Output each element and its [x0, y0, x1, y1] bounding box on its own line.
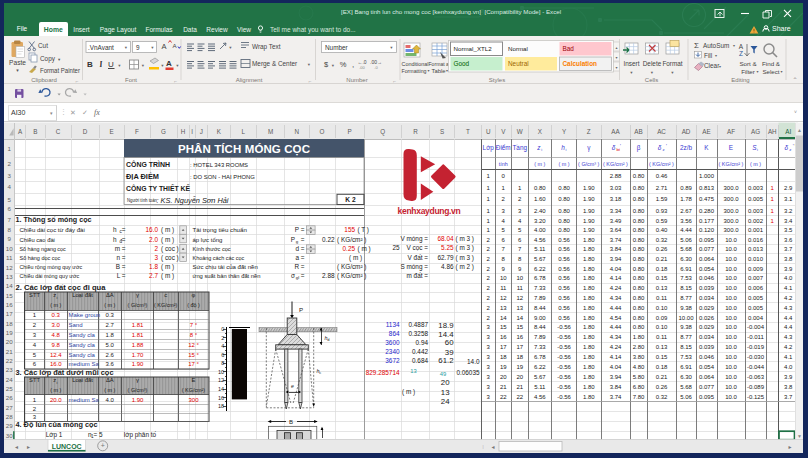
svg-text:( KG/cm² ): ( KG/cm² ): [603, 161, 628, 167]
svg-text:0.006: 0.006: [748, 285, 764, 291]
svg-text:1.80: 1.80: [583, 374, 595, 380]
svg-text:7.80: 7.80: [633, 394, 645, 400]
svg-text:Chiều cao đài: Chiều cao đài: [20, 237, 55, 243]
svg-text:0.11: 0.11: [656, 295, 668, 301]
svg-text:0.002: 0.002: [748, 218, 764, 224]
svg-text:10.0: 10.0: [725, 354, 737, 360]
svg-text:14: 14: [218, 386, 224, 392]
svg-text:0.013: 0.013: [748, 246, 764, 252]
svg-text:( m ): ( m ): [161, 272, 174, 280]
svg-text:=: =: [301, 236, 305, 243]
svg-text:L =: L =: [117, 272, 126, 279]
svg-text:3. Các lớp đất dưới mũi cọc: 3. Các lớp đất dưới mũi cọc: [16, 369, 114, 377]
svg-text:Tải trọng tiêu chuẩn: Tải trọng tiêu chuẩn: [193, 227, 247, 233]
svg-text:0.80: 0.80: [633, 324, 645, 330]
svg-text:0.10: 0.10: [656, 305, 668, 311]
svg-text:0.80: 0.80: [558, 208, 570, 214]
svg-text:ĐỊA ĐIỂM: ĐỊA ĐIỂM: [126, 172, 159, 180]
svg-text:5.25: 5.25: [441, 244, 454, 251]
svg-text:E: E: [109, 128, 113, 135]
svg-text:8.77: 8.77: [680, 295, 692, 301]
svg-text:◂: ◂: [491, 444, 494, 450]
svg-text:4: 4: [221, 343, 224, 349]
svg-text:16: 16: [6, 301, 13, 308]
svg-text:ứng suất bản thân đất nền: ứng suất bản thân đất nền: [193, 273, 261, 279]
svg-text:Chiều rộng móng quy ước: Chiều rộng móng quy ước: [20, 264, 83, 270]
svg-text:0.22: 0.22: [322, 236, 335, 243]
svg-text:11: 11: [6, 254, 13, 261]
svg-text:0.684: 0.684: [412, 357, 428, 364]
svg-text:AC: AC: [657, 128, 666, 135]
svg-text:1.78: 1.78: [680, 196, 692, 202]
svg-text:20.0: 20.0: [50, 397, 62, 403]
svg-text:▼: ▼: [797, 433, 802, 439]
svg-text:AD: AD: [682, 128, 691, 135]
svg-text:( m ): ( m ): [358, 245, 371, 253]
svg-text:2340: 2340: [385, 348, 400, 355]
svg-text:( T ): ( T ): [358, 226, 369, 234]
svg-text:2.6: 2.6: [106, 352, 115, 358]
svg-text:( m ): ( m ): [104, 302, 115, 308]
svg-text:5.67: 5.67: [534, 256, 546, 262]
svg-text:0.054: 0.054: [699, 364, 715, 370]
svg-text:d =: d =: [295, 245, 304, 252]
svg-text:m =: m =: [115, 245, 126, 252]
svg-text:14.4: 14.4: [438, 330, 454, 339]
svg-text:Sand: Sand: [69, 322, 83, 328]
svg-text:0.80: 0.80: [633, 237, 645, 243]
svg-text:4.3: 4.3: [784, 305, 793, 311]
svg-text:5.0: 5.0: [106, 342, 115, 348]
svg-text:3.94: 3.94: [610, 374, 622, 380]
svg-text:V đất =: V đất =: [408, 253, 429, 261]
svg-text:4.0: 4.0: [784, 364, 793, 370]
svg-text:-0.56: -0.56: [557, 374, 571, 380]
svg-text:Lớp: Lớp: [483, 144, 495, 152]
svg-text:16: 16: [516, 334, 523, 340]
svg-text:( m ): ( m ): [558, 161, 569, 167]
svg-text:4.00: 4.00: [534, 227, 546, 233]
svg-text:4.0: 4.0: [106, 397, 115, 403]
svg-text:829.285714: 829.285714: [366, 369, 400, 376]
svg-text:Lớp 1: Lớp 1: [46, 431, 63, 439]
svg-text:20: 20: [441, 378, 450, 387]
svg-text:STT: STT: [29, 292, 40, 298]
svg-text:c: c: [164, 292, 167, 298]
svg-text:( KG/cm² ): ( KG/cm² ): [337, 263, 366, 271]
svg-text:0.80: 0.80: [633, 173, 645, 179]
svg-text:1.90: 1.90: [583, 218, 595, 224]
svg-text:0.007: 0.007: [748, 275, 764, 281]
svg-text:1. Thông số móng cọc: 1. Thông số móng cọc: [16, 216, 92, 224]
svg-text:24: 24: [441, 397, 450, 406]
svg-text:4.56: 4.56: [534, 394, 546, 400]
svg-text:': ': [793, 143, 794, 149]
svg-text:0.15: 0.15: [656, 354, 668, 360]
svg-text:26: 26: [6, 394, 13, 401]
svg-text:300.0: 300.0: [723, 227, 739, 233]
svg-text:': ': [666, 143, 667, 149]
svg-text:m đất =: m đất =: [407, 271, 429, 279]
svg-text:medium Sa: medium Sa: [69, 397, 100, 403]
svg-text:M: M: [268, 128, 273, 135]
svg-text:8: 8: [8, 226, 12, 233]
svg-text:Kính thước cọc: Kính thước cọc: [193, 246, 231, 252]
svg-text:3.84: 3.84: [610, 384, 622, 390]
svg-text:0.26: 0.26: [656, 384, 668, 390]
svg-text:0.003: 0.003: [748, 185, 764, 191]
svg-text:7.89: 7.89: [534, 295, 546, 301]
svg-text:: KS. Nguyễn Sơn Hải: : KS. Nguyễn Sơn Hải: [157, 196, 230, 205]
svg-text:4.44: 4.44: [610, 324, 622, 330]
svg-text:': ': [620, 143, 621, 149]
svg-text:3.80: 3.80: [633, 354, 645, 360]
svg-text:7.33: 7.33: [534, 344, 546, 350]
svg-text:13: 13: [516, 305, 523, 311]
svg-text:19: 19: [516, 364, 523, 370]
svg-text:18: 18: [500, 354, 507, 360]
svg-text:5.80: 5.80: [633, 374, 645, 380]
svg-text:14: 14: [516, 315, 523, 321]
svg-text:0.004: 0.004: [748, 315, 764, 321]
svg-text:i: i: [541, 147, 542, 152]
svg-text:1.59: 1.59: [656, 196, 668, 202]
svg-text:1.90: 1.90: [132, 397, 144, 403]
svg-text:7 °: 7 °: [190, 322, 198, 328]
svg-text:0.016: 0.016: [748, 237, 764, 243]
